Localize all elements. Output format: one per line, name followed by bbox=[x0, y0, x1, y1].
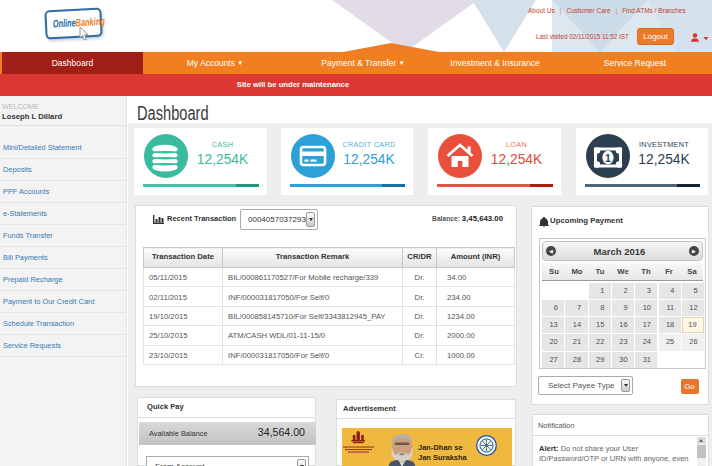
svg-text:1: 1 bbox=[605, 152, 611, 164]
